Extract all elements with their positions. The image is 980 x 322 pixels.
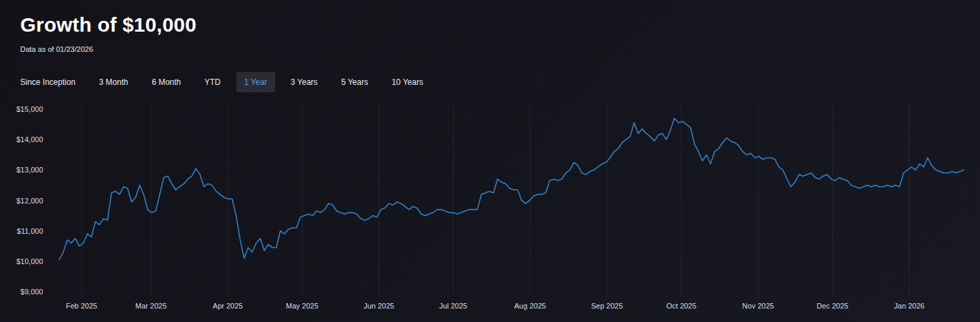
y-axis-label: $11,000 (17, 227, 43, 235)
growth-chart-container: Feb 2025Mar 2025Apr 2025May 2025Jun 2025… (0, 96, 980, 322)
chart-header: Growth of $10,000 Data as of 01/23/2026 (0, 0, 980, 53)
y-axis-label: $13,000 (16, 166, 43, 174)
x-axis-label: Mar 2025 (135, 302, 166, 310)
x-axis-label: Dec 2025 (816, 302, 848, 310)
x-axis-label: May 2025 (286, 302, 318, 310)
tab-3-month[interactable]: 3 Month (91, 72, 136, 92)
y-axis-label: $9,000 (20, 288, 43, 296)
x-axis-label: Sep 2025 (591, 302, 623, 310)
tab-5-years[interactable]: 5 Years (333, 72, 376, 92)
tab-6-month[interactable]: 6 Month (143, 72, 188, 92)
growth-chart: Feb 2025Mar 2025Apr 2025May 2025Jun 2025… (0, 96, 980, 322)
x-axis-label: Jan 2026 (894, 302, 924, 310)
x-axis-label: Feb 2025 (66, 302, 97, 310)
x-axis-label: Apr 2025 (213, 302, 243, 310)
tab-1-year[interactable]: 1 Year (236, 72, 275, 92)
as-of-date: Data as of 01/23/2026 (20, 45, 980, 53)
time-range-tabs: Since Inception3 Month6 MonthYTD1 Year3 … (0, 72, 980, 92)
tab-ytd[interactable]: YTD (197, 72, 229, 92)
y-axis-label: $15,000 (16, 105, 43, 113)
y-axis-label: $14,000 (16, 135, 43, 143)
growth-line (59, 119, 964, 260)
tab-3-years[interactable]: 3 Years (283, 72, 326, 92)
tab-10-years[interactable]: 10 Years (384, 72, 431, 92)
x-axis-label: Aug 2025 (514, 302, 546, 310)
x-axis-label: Nov 2025 (742, 302, 774, 310)
x-axis-label: Jul 2025 (440, 302, 468, 310)
x-axis-label: Jun 2025 (363, 302, 394, 310)
page-title: Growth of $10,000 (20, 13, 980, 36)
x-axis-label: Oct 2025 (666, 302, 697, 310)
tab-since-inception[interactable]: Since Inception (12, 72, 83, 92)
y-axis-label: $12,000 (16, 197, 43, 205)
y-axis-label: $10,000 (16, 257, 43, 265)
